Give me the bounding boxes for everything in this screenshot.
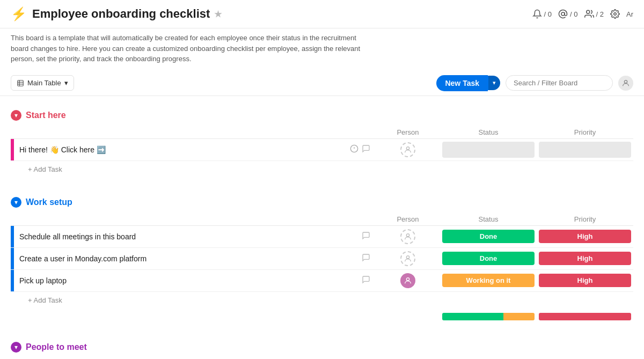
group-header: ▾ People to meet	[11, 339, 633, 356]
add-task-label: + Add Task	[28, 296, 62, 304]
summary-priority-bar	[537, 311, 633, 323]
group-title[interactable]: Start here	[26, 111, 66, 120]
toolbar-left: Main Table ▾	[11, 75, 74, 91]
users-count: / 2	[596, 10, 604, 18]
summary-status-bar-inner	[442, 313, 535, 320]
mentions-icon	[558, 9, 568, 19]
chat-icon[interactable]	[362, 253, 370, 264]
group-toggle[interactable]: ▾	[11, 110, 21, 121]
notifications-count: / 0	[544, 10, 552, 18]
person-cell	[376, 273, 440, 288]
group-title[interactable]: People to meet	[26, 342, 87, 352]
chat-icon[interactable]	[362, 275, 370, 286]
table-row: Schedule all meetings in this board Done…	[11, 226, 633, 248]
task-name[interactable]: Schedule all meetings in this board	[14, 228, 356, 245]
summary-priority-bar-inner	[539, 313, 631, 320]
group-toggle[interactable]: ▾	[11, 342, 21, 353]
info-icon[interactable]	[350, 144, 358, 155]
overflow-label[interactable]: Ar	[626, 10, 633, 18]
person-cell	[376, 142, 440, 157]
status-empty[interactable]	[442, 142, 535, 158]
page-title: Employee onboarding checklist ★	[32, 7, 222, 21]
summary-status-segment	[442, 313, 503, 320]
svg-point-14	[406, 277, 409, 280]
group-header: ▾ Start here	[11, 107, 633, 124]
group-toggle[interactable]: ▾	[11, 197, 21, 208]
settings-icon-group[interactable]	[610, 9, 620, 19]
task-icons	[356, 275, 376, 286]
task-icons	[345, 144, 376, 155]
summary-row	[11, 311, 633, 323]
person-avatar-placeholder[interactable]	[400, 251, 415, 266]
priority-cell: High	[537, 250, 633, 267]
person-avatar[interactable]	[400, 273, 415, 288]
svg-point-7	[624, 80, 627, 83]
col-person-header: Person	[376, 128, 440, 136]
task-name[interactable]: Hi there! 👋 Click here ➡️	[14, 141, 345, 158]
new-task-label: New Task	[445, 79, 479, 87]
status-badge[interactable]: Done	[442, 252, 535, 265]
table-row: Hi there! 👋 Click here ➡️	[11, 139, 633, 161]
users-icon-group[interactable]: / 2	[584, 9, 604, 19]
table-view-button[interactable]: Main Table ▾	[11, 75, 74, 91]
search-input[interactable]	[506, 75, 613, 91]
svg-point-0	[561, 12, 565, 16]
chat-icon[interactable]	[362, 144, 370, 155]
task-name[interactable]: Create a user in Monday.com platform	[14, 250, 356, 267]
col-person-header: Person	[376, 215, 440, 223]
page-description: This board is a template that will autom…	[0, 28, 376, 71]
priority-cell: High	[537, 228, 633, 245]
table-row: Create a user in Monday.com platform Don…	[11, 248, 633, 270]
table-row: Pick up laptop Working on it High	[11, 270, 633, 292]
add-task-row[interactable]: + Add Task	[11, 292, 633, 309]
status-cell: Done	[440, 228, 537, 245]
task-icons	[356, 253, 376, 264]
new-task-dropdown-button[interactable]: ▾	[488, 76, 500, 90]
summary-status-segment	[503, 313, 535, 320]
current-user-avatar[interactable]	[618, 76, 633, 91]
summary-status-bar	[440, 311, 537, 323]
group-work-setup: ▾ Work setup Person Status Priority Sche…	[11, 194, 633, 323]
svg-point-1	[586, 10, 589, 13]
new-task-wrapper: New Task ▾	[436, 75, 500, 91]
priority-empty[interactable]	[539, 142, 631, 158]
priority-badge[interactable]: High	[539, 252, 631, 265]
person-avatar-placeholder[interactable]	[400, 229, 415, 244]
priority-badge[interactable]: High	[539, 230, 631, 243]
table-icon	[17, 79, 24, 87]
col-status-header: Status	[440, 215, 537, 223]
summary-priority-segment	[539, 313, 631, 320]
column-headers: Person Status Priority	[11, 213, 633, 226]
priority-cell	[537, 140, 633, 160]
status-badge[interactable]: Working on it	[442, 274, 535, 287]
person-cell	[376, 251, 440, 266]
settings-icon	[610, 9, 620, 19]
person-avatar-placeholder[interactable]	[400, 142, 415, 157]
add-task-label: + Add Task	[28, 165, 62, 173]
priority-badge[interactable]: High	[539, 274, 631, 287]
mentions-icon-group[interactable]: / 0	[558, 9, 577, 19]
header-actions: / 0 / 0 / 2 Ar	[532, 9, 633, 19]
bell-icon	[532, 9, 542, 19]
priority-cell: High	[537, 272, 633, 289]
svg-rect-3	[18, 80, 24, 86]
toolbar: Main Table ▾ New Task ▾	[0, 71, 644, 96]
svg-point-13	[406, 255, 409, 258]
group-header: ▾ Work setup	[11, 194, 633, 211]
toolbar-right: New Task ▾	[436, 75, 633, 91]
chevron-down-icon: ▾	[64, 79, 68, 87]
users-icon	[584, 9, 594, 19]
status-cell: Working on it	[440, 272, 537, 289]
notifications-icon-group[interactable]: / 0	[532, 9, 552, 19]
table-view-label: Main Table	[27, 79, 61, 87]
new-task-button[interactable]: New Task	[436, 75, 488, 91]
add-task-row[interactable]: + Add Task	[11, 161, 633, 178]
task-name[interactable]: Pick up laptop	[14, 272, 356, 289]
group-start-here: ▾ Start here Person Status Priority Hi t…	[11, 107, 633, 178]
status-cell: Done	[440, 250, 537, 267]
status-badge[interactable]: Done	[442, 230, 535, 243]
star-icon[interactable]: ★	[214, 9, 222, 19]
chat-icon[interactable]	[362, 231, 370, 242]
col-priority-header: Priority	[537, 215, 633, 223]
group-title[interactable]: Work setup	[26, 197, 72, 207]
